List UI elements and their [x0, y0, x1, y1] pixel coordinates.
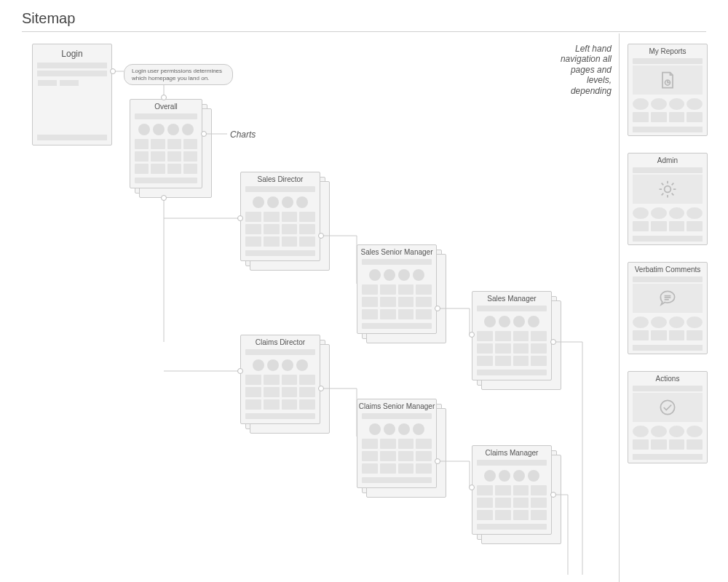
page-card-sales-manager[interactable]: Sales Manager	[472, 291, 552, 380]
tile	[264, 236, 280, 247]
topbar	[362, 413, 431, 419]
chart-icon	[413, 423, 424, 435]
chart-icon	[153, 124, 165, 135]
tile	[669, 98, 685, 110]
side-card-actions[interactable]: Actions	[628, 371, 708, 463]
tile	[282, 224, 298, 234]
tile	[531, 356, 547, 366]
topbar	[477, 460, 546, 466]
tile	[651, 112, 667, 122]
chart-icon	[413, 269, 424, 281]
report-icon	[657, 70, 678, 90]
tile	[135, 139, 149, 149]
page-card-claims-senior-manager[interactable]: Claims Senior Manager	[357, 399, 437, 488]
topbar	[245, 349, 314, 355]
annotation-side-nav: Left hand navigation all pages and level…	[559, 44, 612, 96]
input-placeholder	[37, 63, 106, 68]
page-card-claims-manager[interactable]: Claims Manager	[472, 445, 552, 535]
tile	[135, 151, 149, 162]
topbar	[633, 58, 702, 64]
tile	[531, 343, 547, 354]
chart-icon	[369, 269, 381, 281]
checkmark-circle-icon	[657, 397, 678, 418]
side-card-admin[interactable]: Admin	[628, 153, 708, 245]
tile	[245, 224, 261, 234]
tile	[416, 451, 432, 461]
footer-bar	[362, 323, 431, 329]
page-title-row: Sitemap	[22, 10, 706, 32]
topbar	[633, 276, 702, 282]
page-card-sales-senior-manager[interactable]: Sales Senior Manager	[357, 244, 437, 334]
tile	[282, 387, 298, 397]
footer-bar	[362, 477, 431, 483]
chart-icon	[398, 269, 410, 281]
tile	[264, 224, 280, 234]
tile	[477, 510, 493, 520]
chart-icon	[484, 470, 496, 482]
chart-icon	[398, 423, 410, 435]
tile	[299, 387, 315, 397]
tile	[245, 212, 261, 222]
tile	[416, 297, 432, 307]
tile	[669, 207, 685, 219]
footer-bar	[477, 524, 546, 530]
chart-icon	[167, 124, 179, 135]
tile	[167, 151, 181, 162]
icon-zone	[633, 284, 703, 313]
tile	[398, 439, 414, 449]
charts-row	[130, 121, 202, 137]
chart-icon	[267, 196, 279, 208]
tile-grid	[472, 483, 551, 522]
chart-icon	[484, 316, 496, 327]
tile	[245, 375, 261, 385]
page-card-overall[interactable]: Overall	[130, 99, 202, 188]
tile	[477, 498, 493, 508]
tile	[245, 387, 261, 397]
svg-point-2	[660, 400, 674, 414]
tile	[651, 221, 667, 231]
topbar	[362, 259, 431, 265]
tile	[362, 463, 378, 474]
tile	[183, 151, 197, 162]
annotation-charts: Charts	[230, 129, 256, 140]
tile	[167, 139, 181, 149]
tile	[651, 330, 667, 340]
tile	[245, 399, 261, 410]
page-card-login[interactable]: Login	[32, 44, 112, 146]
tile	[651, 439, 667, 450]
tile	[531, 485, 547, 495]
footer-bar	[633, 127, 702, 132]
side-card-my-reports[interactable]: My Reports	[628, 44, 708, 136]
tile	[495, 510, 511, 520]
tile-grid	[241, 210, 320, 249]
footer-bar	[633, 236, 702, 242]
connector-dot	[550, 492, 556, 498]
tile	[513, 485, 529, 495]
side-card-verbatim[interactable]: Verbatim Comments	[628, 262, 708, 354]
button-row	[33, 79, 111, 95]
tile	[687, 221, 703, 231]
tile-grid	[357, 436, 436, 476]
tile	[362, 439, 378, 449]
chart-icon	[282, 359, 293, 371]
gear-icon	[657, 179, 678, 199]
tile	[416, 439, 432, 449]
footer-bar	[135, 178, 197, 183]
card-title: Claims Manager	[472, 446, 551, 458]
tile	[669, 221, 685, 231]
page-card-sales-director[interactable]: Sales Director	[240, 172, 320, 261]
tile	[380, 297, 396, 307]
footer-bar	[633, 454, 702, 460]
tile	[633, 439, 649, 450]
chart-icon	[282, 196, 293, 208]
chart-icon	[182, 124, 194, 135]
icon-zone	[633, 393, 703, 422]
page-card-claims-director[interactable]: Claims Director	[240, 335, 320, 424]
tile	[495, 331, 511, 341]
card-title: Actions	[628, 372, 707, 384]
connector-dot	[161, 195, 167, 201]
chart-icon	[528, 470, 539, 482]
side-divider	[619, 33, 620, 582]
tile	[633, 330, 649, 340]
tile	[633, 316, 649, 328]
